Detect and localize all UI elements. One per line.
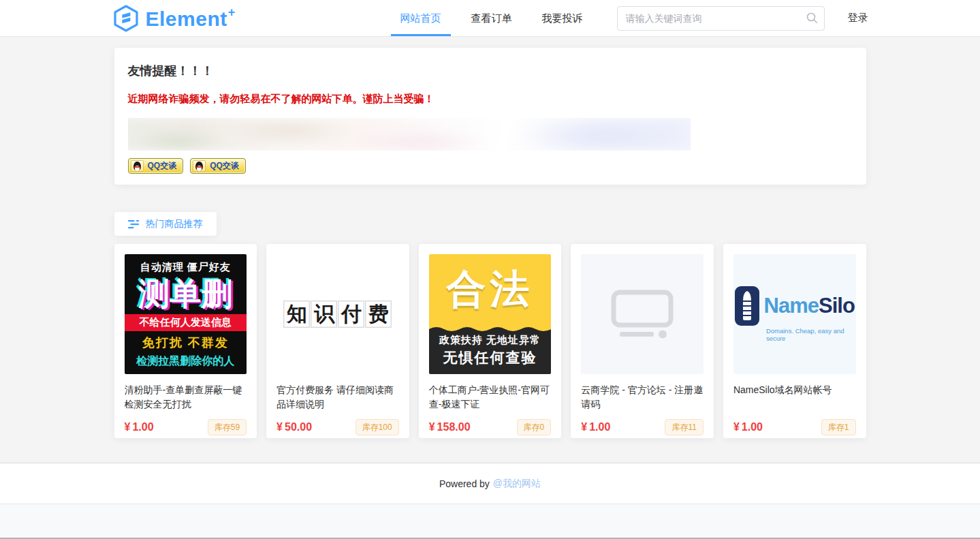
product-title: NameSilo域名网站帐号 [733, 383, 856, 412]
search-icon[interactable] [806, 12, 818, 24]
nav-tab-complaint[interactable]: 我要投诉 [527, 0, 598, 36]
qq-chat-button[interactable]: QQ交谈 [128, 158, 184, 174]
product-price: ¥1.00 [581, 421, 610, 433]
footer: Powered by @我的网站 [0, 463, 980, 504]
logo-text: Element+ [146, 5, 236, 31]
product-card-zhishifufei[interactable]: 知 识 付 费 官方付费服务 请仔细阅读商品详细说明 ¥50.00 库存100 [266, 244, 409, 438]
product-price: ¥1.00 [125, 421, 154, 433]
product-price: ¥158.00 [429, 421, 471, 433]
namesilo-tagline: Domains. Cheap, easy and secure [766, 327, 856, 342]
notice-card: 友情提醒！！！ 近期网络诈骗频发，请勿轻易在不了解的网站下单。谨防上当受骗！ Q… [114, 48, 866, 185]
search-input[interactable] [617, 6, 825, 31]
product-card-yingyezhizhao[interactable]: 合法 政策扶持 无地址异常 无惧任何查验 个体工商户-营业执照-官网可查-极速下… [419, 244, 562, 438]
product-grid: 自动清理 僵尸好友 测单删 不给任何人发送信息 免打扰 不群发 检测拉黑删除你的… [114, 244, 866, 438]
nav-tab-home[interactable]: 网站首页 [385, 0, 456, 36]
operation-list-icon [128, 219, 139, 229]
stock-badge: 库存1 [821, 419, 856, 435]
product-price: ¥1.00 [733, 421, 763, 433]
hot-products-header: 热门商品推荐 [114, 212, 217, 236]
bottom-strip [0, 504, 980, 539]
header: Element+ 网站首页 查看订单 我要投诉 登录 [0, 0, 980, 37]
qq-penguin-icon [131, 160, 144, 172]
product-image: NameSilo Domains. Cheap, easy and secure [733, 254, 856, 374]
product-price: ¥50.00 [276, 421, 312, 433]
stock-badge: 库存11 [665, 419, 703, 435]
search-box [617, 6, 825, 31]
notice-title: 友情提醒！！！ [128, 63, 853, 79]
namesilo-silo-icon [735, 286, 759, 326]
notice-warning-text: 近期网络诈骗频发，请勿轻易在不了解的网站下单。谨防上当受骗！ [128, 93, 853, 106]
product-title: 清粉助手-查单删查屏蔽一键检测安全无打扰 [125, 383, 247, 412]
product-image: 自动清理 僵尸好友 测单删 不给任何人发送信息 免打扰 不群发 检测拉黑删除你的… [125, 254, 247, 374]
site-link[interactable]: @我的网站 [493, 478, 541, 490]
site-logo[interactable]: Element+ [112, 5, 236, 32]
product-image: 合法 政策扶持 无地址异常 无惧任何查验 [429, 254, 552, 374]
stock-badge: 库存0 [517, 419, 552, 435]
section-title: 热门商品推荐 [146, 218, 203, 230]
qq-penguin-icon [193, 160, 206, 172]
login-button[interactable]: 登录 [848, 12, 868, 25]
stock-badge: 库存100 [355, 419, 399, 435]
stock-badge: 库存59 [208, 419, 247, 435]
product-title: 个体工商户-营业执照-官网可查-极速下证 [429, 383, 552, 412]
logo-plus: + [228, 5, 236, 19]
product-title: 官方付费服务 请仔细阅读商品详细说明 [276, 383, 399, 412]
product-card-yunshang[interactable]: 云商学院 - 官方论坛 - 注册邀请码 ¥1.00 库存11 [571, 244, 714, 438]
product-card-namesilo[interactable]: NameSilo Domains. Cheap, easy and secure… [723, 244, 866, 438]
qq-button-row: QQ交谈 QQ交谈 [128, 158, 853, 174]
blurred-notice-image [128, 118, 691, 151]
product-image: 知 识 付 费 [276, 254, 399, 374]
element-hexagon-icon [112, 5, 140, 32]
qq-chat-button[interactable]: QQ交谈 [190, 158, 246, 174]
main-content: 友情提醒！！！ 近期网络诈骗频发，请勿轻易在不了解的网站下单。谨防上当受骗！ Q… [0, 37, 980, 463]
nav-tab-orders[interactable]: 查看订单 [456, 0, 527, 36]
product-image-placeholder [581, 254, 704, 374]
powered-by-text: Powered by [439, 478, 490, 489]
monitor-placeholder-icon [611, 290, 674, 339]
product-title: 云商学院 - 官方论坛 - 注册邀请码 [581, 383, 704, 412]
product-card-qingfen[interactable]: 自动清理 僵尸好友 测单删 不给任何人发送信息 免打扰 不群发 检测拉黑删除你的… [114, 244, 257, 438]
